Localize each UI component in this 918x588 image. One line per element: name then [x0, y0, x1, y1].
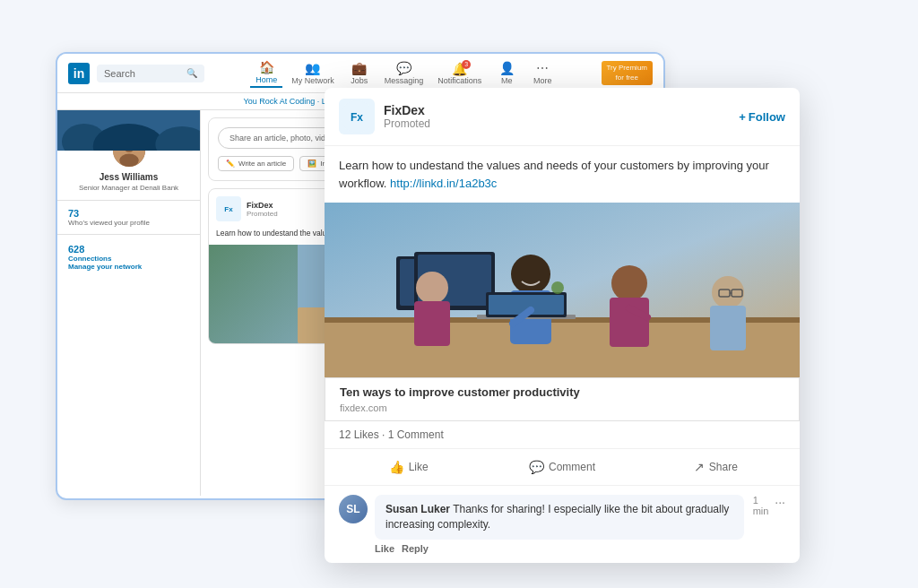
search-icon: 🔍 [186, 68, 197, 78]
svg-point-28 [416, 272, 448, 304]
front-company-name: FixDex [384, 103, 730, 117]
front-company-logo: Fx [339, 99, 375, 134]
like-label: Like [409, 461, 429, 473]
nav-more-label: More [533, 76, 552, 85]
comment-icon: 💬 [529, 460, 544, 474]
front-post-image [325, 203, 800, 377]
share-action[interactable]: ↗ Share [639, 453, 792, 481]
comment-like-action[interactable]: Like [375, 543, 394, 554]
svg-rect-35 [710, 306, 746, 350]
company-logo-svg: Fx [341, 100, 373, 133]
jobs-icon: 💼 [351, 61, 367, 75]
nav-messaging[interactable]: 💬 Messaging [379, 59, 429, 87]
image-icon: 🖼️ [307, 160, 316, 168]
svg-point-34 [712, 276, 744, 308]
linkedin-logo: in [68, 63, 90, 84]
home-icon: 🏠 [259, 60, 274, 74]
write-article-button[interactable]: ✏️ Write an article [218, 156, 294, 171]
nav-network[interactable]: 👥 My Network [286, 59, 340, 87]
svg-rect-29 [414, 301, 450, 346]
network-icon: 👥 [305, 61, 320, 75]
write-article-label: Write an article [238, 160, 286, 168]
messaging-icon: 💬 [396, 61, 411, 75]
front-post-link[interactable]: http://linkd.in/1a2b3c [390, 177, 497, 190]
comment-item: SL Susan Luker Thanks for sharing! I esp… [339, 495, 785, 554]
nav-me-label: Me [501, 76, 513, 85]
profile-title: Senior Manager at Denali Bank [57, 182, 200, 195]
article-title: Ten ways to improve customer productivit… [325, 378, 799, 402]
profile-connections[interactable]: 628 Connections Manage your network [57, 240, 200, 278]
nav-jobs-label: Jobs [351, 76, 368, 85]
share-label: Share [709, 461, 738, 473]
comment-time: 1 min [753, 495, 772, 516]
article-preview: Ten ways to improve customer productivit… [325, 377, 800, 421]
comment-more-icon[interactable]: ··· [775, 495, 785, 509]
premium-label: Try Premium [607, 64, 647, 72]
connections-label: Connections [68, 255, 111, 263]
nav-jobs[interactable]: 💼 Jobs [343, 59, 376, 87]
post-detail-card: Fx FixDex Promoted + Follow Learn how to… [325, 88, 800, 563]
profile-card: Jess Williams Senior Manager at Denali B… [57, 110, 200, 278]
comment-avatar: SL [339, 495, 368, 523]
nav-me[interactable]: 👤 Me [490, 59, 523, 87]
comment-label: Comment [549, 461, 595, 473]
more-icon: ⋯ [536, 61, 549, 75]
follow-button[interactable]: + Follow [739, 110, 785, 124]
like-icon: 👍 [389, 460, 404, 474]
comment-actions: Like Reply [375, 540, 785, 554]
nav-home-label: Home [255, 75, 277, 84]
profile-views-label: Who's viewed your profile [68, 219, 150, 227]
nav-items: 🏠 Home 👥 My Network 💼 Jobs 💬 Messaging [215, 58, 594, 88]
front-post-meta: FixDex Promoted [384, 103, 730, 130]
nav-notifications[interactable]: 🔔 3 Notifications [432, 60, 487, 87]
premium-button[interactable]: Try Premium for free [602, 61, 653, 85]
comment-bubble: Susan Luker Thanks for sharing! I especi… [375, 495, 744, 540]
nav-home[interactable]: 🏠 Home [250, 58, 282, 88]
svg-point-32 [611, 265, 647, 301]
article-icon: ✏️ [226, 160, 235, 168]
profile-name: Jess Williams [57, 172, 200, 182]
nav-network-label: My Network [291, 76, 334, 85]
article-source: fixdex.com [325, 402, 799, 420]
post-actions: 👍 Like 💬 Comment ↗ Share [325, 449, 800, 486]
front-post-label: Promoted [384, 117, 730, 130]
notification-badge: 3 [462, 60, 471, 69]
premium-sub: for free [616, 74, 638, 82]
front-post-text: Learn how to undestand the values and ne… [325, 146, 800, 203]
back-company-logo: Fx [216, 196, 241, 221]
search-box[interactable]: Search 🔍 [97, 65, 204, 82]
svg-point-30 [511, 255, 550, 294]
banner-image [57, 110, 200, 151]
share-icon: ↗ [694, 460, 705, 474]
svg-point-6 [119, 154, 139, 167]
sidebar: Jess Williams Senior Manager at Denali B… [57, 110, 201, 496]
svg-point-44 [551, 281, 564, 294]
stats-text: 12 Likes · 1 Comment [339, 428, 444, 441]
me-icon: 👤 [499, 61, 515, 75]
comment-action[interactable]: 💬 Comment [485, 453, 638, 481]
profile-banner [57, 110, 200, 151]
svg-text:Fx: Fx [351, 111, 363, 124]
like-action[interactable]: 👍 Like [332, 453, 485, 481]
follow-label: Follow [749, 110, 785, 124]
follow-plus-icon: + [739, 110, 746, 124]
profile-views-count: 73 [68, 208, 189, 219]
search-placeholder: Search [104, 68, 135, 79]
connections-count: 628 [68, 244, 189, 255]
nav-notifications-label: Notifications [437, 76, 481, 85]
nav-messaging-label: Messaging [385, 76, 424, 85]
comment-reply-action[interactable]: Reply [402, 543, 429, 554]
nav-more[interactable]: ⋯ More [526, 59, 559, 87]
comments-section: SL Susan Luker Thanks for sharing! I esp… [325, 486, 800, 563]
profile-views-stat[interactable]: 73 Who's viewed your profile [57, 206, 200, 229]
manage-network-link[interactable]: Manage your network [68, 263, 189, 271]
comment-author: Susan Luker [385, 503, 450, 515]
post-stats: 12 Likes · 1 Comment [325, 421, 800, 449]
front-post-image-svg [325, 203, 800, 377]
front-post-header: Fx FixDex Promoted + Follow [325, 88, 800, 146]
comment-body: Susan Luker Thanks for sharing! I especi… [375, 495, 785, 554]
